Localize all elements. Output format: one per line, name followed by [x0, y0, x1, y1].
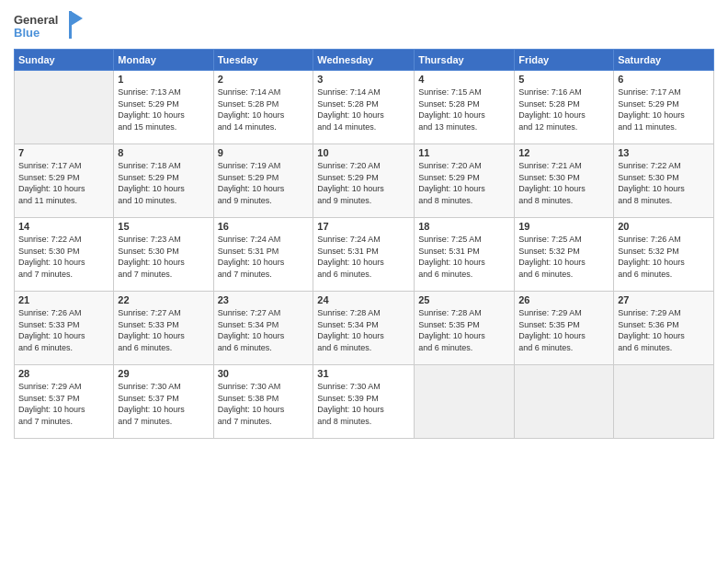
- day-number: 19: [518, 221, 609, 232]
- cell-content: Sunrise: 7:27 AMSunset: 5:33 PMDaylight:…: [118, 307, 209, 353]
- day-number: 11: [418, 147, 510, 158]
- day-number: 5: [518, 74, 609, 85]
- day-number: 15: [118, 221, 209, 232]
- cell-content: Sunrise: 7:20 AMSunset: 5:29 PMDaylight:…: [317, 160, 410, 206]
- calendar-cell: 13Sunrise: 7:22 AMSunset: 5:30 PMDayligh…: [614, 144, 714, 218]
- day-number: 9: [218, 147, 310, 158]
- day-number: 30: [218, 368, 310, 379]
- calendar-cell: [15, 71, 114, 144]
- svg-rect-1: [69, 11, 72, 39]
- weekday-header-tuesday: Tuesday: [213, 50, 313, 71]
- cell-content: Sunrise: 7:23 AMSunset: 5:30 PMDaylight:…: [118, 234, 209, 280]
- cell-content: Sunrise: 7:29 AMSunset: 5:36 PMDaylight:…: [618, 307, 710, 353]
- calendar-cell: 22Sunrise: 7:27 AMSunset: 5:33 PMDayligh…: [114, 292, 213, 365]
- cell-content: Sunrise: 7:26 AMSunset: 5:32 PMDaylight:…: [618, 234, 710, 280]
- day-number: 1: [118, 74, 209, 85]
- svg-text:Blue: Blue: [14, 26, 40, 40]
- calendar-cell: [515, 365, 614, 439]
- day-number: 24: [317, 294, 410, 305]
- cell-content: Sunrise: 7:30 AMSunset: 5:37 PMDaylight:…: [118, 381, 209, 427]
- calendar-cell: 2Sunrise: 7:14 AMSunset: 5:28 PMDaylight…: [213, 71, 313, 144]
- calendar-cell: 21Sunrise: 7:26 AMSunset: 5:33 PMDayligh…: [15, 292, 114, 365]
- day-number: 4: [418, 74, 510, 85]
- calendar-week-row: 28Sunrise: 7:29 AMSunset: 5:37 PMDayligh…: [15, 365, 714, 439]
- calendar-cell: [415, 365, 515, 439]
- weekday-header-monday: Monday: [114, 50, 213, 71]
- cell-content: Sunrise: 7:20 AMSunset: 5:29 PMDaylight:…: [418, 160, 510, 206]
- day-number: 14: [18, 221, 109, 232]
- weekday-header-saturday: Saturday: [614, 50, 714, 71]
- calendar-cell: 18Sunrise: 7:25 AMSunset: 5:31 PMDayligh…: [415, 218, 515, 292]
- calendar-cell: 19Sunrise: 7:25 AMSunset: 5:32 PMDayligh…: [515, 218, 614, 292]
- day-number: 27: [618, 294, 710, 305]
- calendar-cell: 1Sunrise: 7:13 AMSunset: 5:29 PMDaylight…: [114, 71, 213, 144]
- weekday-header-row: SundayMondayTuesdayWednesdayThursdayFrid…: [15, 50, 714, 71]
- day-number: 16: [218, 221, 310, 232]
- day-number: 18: [418, 221, 510, 232]
- cell-content: Sunrise: 7:26 AMSunset: 5:33 PMDaylight:…: [18, 307, 109, 353]
- calendar-cell: 25Sunrise: 7:28 AMSunset: 5:35 PMDayligh…: [415, 292, 515, 365]
- cell-content: Sunrise: 7:28 AMSunset: 5:35 PMDaylight:…: [418, 307, 510, 353]
- weekday-header-wednesday: Wednesday: [313, 50, 415, 71]
- cell-content: Sunrise: 7:13 AMSunset: 5:29 PMDaylight:…: [118, 86, 209, 132]
- day-number: 23: [218, 294, 310, 305]
- calendar-week-row: 21Sunrise: 7:26 AMSunset: 5:33 PMDayligh…: [15, 292, 714, 365]
- day-number: 17: [317, 221, 410, 232]
- calendar-cell: 30Sunrise: 7:30 AMSunset: 5:38 PMDayligh…: [213, 365, 313, 439]
- cell-content: Sunrise: 7:16 AMSunset: 5:28 PMDaylight:…: [518, 86, 609, 132]
- cell-content: Sunrise: 7:29 AMSunset: 5:37 PMDaylight:…: [18, 381, 109, 427]
- calendar-cell: 15Sunrise: 7:23 AMSunset: 5:30 PMDayligh…: [114, 218, 213, 292]
- day-number: 31: [317, 368, 410, 379]
- page-header: GeneralBlue: [14, 9, 714, 41]
- weekday-header-sunday: Sunday: [15, 50, 114, 71]
- calendar-cell: 26Sunrise: 7:29 AMSunset: 5:35 PMDayligh…: [515, 292, 614, 365]
- calendar-cell: 17Sunrise: 7:24 AMSunset: 5:31 PMDayligh…: [313, 218, 415, 292]
- calendar-cell: 5Sunrise: 7:16 AMSunset: 5:28 PMDaylight…: [515, 71, 614, 144]
- calendar-cell: 3Sunrise: 7:14 AMSunset: 5:28 PMDaylight…: [313, 71, 415, 144]
- calendar-cell: 4Sunrise: 7:15 AMSunset: 5:28 PMDaylight…: [415, 71, 515, 144]
- cell-content: Sunrise: 7:17 AMSunset: 5:29 PMDaylight:…: [618, 86, 710, 132]
- day-number: 12: [518, 147, 609, 158]
- calendar-cell: 23Sunrise: 7:27 AMSunset: 5:34 PMDayligh…: [213, 292, 313, 365]
- calendar-cell: [614, 365, 714, 439]
- cell-content: Sunrise: 7:15 AMSunset: 5:28 PMDaylight:…: [418, 86, 510, 132]
- svg-text:General: General: [14, 13, 58, 27]
- day-number: 22: [118, 294, 209, 305]
- weekday-header-friday: Friday: [515, 50, 614, 71]
- cell-content: Sunrise: 7:24 AMSunset: 5:31 PMDaylight:…: [317, 234, 410, 280]
- cell-content: Sunrise: 7:30 AMSunset: 5:39 PMDaylight:…: [317, 381, 410, 427]
- calendar-cell: 10Sunrise: 7:20 AMSunset: 5:29 PMDayligh…: [313, 144, 415, 218]
- cell-content: Sunrise: 7:21 AMSunset: 5:30 PMDaylight:…: [518, 160, 609, 206]
- logo-svg: GeneralBlue: [14, 9, 83, 41]
- cell-content: Sunrise: 7:30 AMSunset: 5:38 PMDaylight:…: [218, 381, 310, 427]
- day-number: 20: [618, 221, 710, 232]
- calendar-cell: 31Sunrise: 7:30 AMSunset: 5:39 PMDayligh…: [313, 365, 415, 439]
- cell-content: Sunrise: 7:14 AMSunset: 5:28 PMDaylight:…: [317, 86, 410, 132]
- calendar-cell: 29Sunrise: 7:30 AMSunset: 5:37 PMDayligh…: [114, 365, 213, 439]
- cell-content: Sunrise: 7:25 AMSunset: 5:32 PMDaylight:…: [518, 234, 609, 280]
- cell-content: Sunrise: 7:28 AMSunset: 5:34 PMDaylight:…: [317, 307, 410, 353]
- calendar-cell: 16Sunrise: 7:24 AMSunset: 5:31 PMDayligh…: [213, 218, 313, 292]
- cell-content: Sunrise: 7:25 AMSunset: 5:31 PMDaylight:…: [418, 234, 510, 280]
- calendar-cell: 8Sunrise: 7:18 AMSunset: 5:29 PMDaylight…: [114, 144, 213, 218]
- calendar-cell: 20Sunrise: 7:26 AMSunset: 5:32 PMDayligh…: [614, 218, 714, 292]
- day-number: 29: [118, 368, 209, 379]
- calendar-cell: 6Sunrise: 7:17 AMSunset: 5:29 PMDaylight…: [614, 71, 714, 144]
- day-number: 13: [618, 147, 710, 158]
- cell-content: Sunrise: 7:17 AMSunset: 5:29 PMDaylight:…: [18, 160, 109, 206]
- calendar-week-row: 7Sunrise: 7:17 AMSunset: 5:29 PMDaylight…: [15, 144, 714, 218]
- cell-content: Sunrise: 7:29 AMSunset: 5:35 PMDaylight:…: [518, 307, 609, 353]
- cell-content: Sunrise: 7:24 AMSunset: 5:31 PMDaylight:…: [218, 234, 310, 280]
- calendar-cell: 24Sunrise: 7:28 AMSunset: 5:34 PMDayligh…: [313, 292, 415, 365]
- calendar-table: SundayMondayTuesdayWednesdayThursdayFrid…: [14, 49, 714, 439]
- calendar-week-row: 14Sunrise: 7:22 AMSunset: 5:30 PMDayligh…: [15, 218, 714, 292]
- cell-content: Sunrise: 7:22 AMSunset: 5:30 PMDaylight:…: [18, 234, 109, 280]
- calendar-cell: 7Sunrise: 7:17 AMSunset: 5:29 PMDaylight…: [15, 144, 114, 218]
- day-number: 26: [518, 294, 609, 305]
- calendar-cell: 9Sunrise: 7:19 AMSunset: 5:29 PMDaylight…: [213, 144, 313, 218]
- svg-marker-0: [71, 11, 83, 26]
- day-number: 25: [418, 294, 510, 305]
- day-number: 3: [317, 74, 410, 85]
- cell-content: Sunrise: 7:19 AMSunset: 5:29 PMDaylight:…: [218, 160, 310, 206]
- cell-content: Sunrise: 7:18 AMSunset: 5:29 PMDaylight:…: [118, 160, 209, 206]
